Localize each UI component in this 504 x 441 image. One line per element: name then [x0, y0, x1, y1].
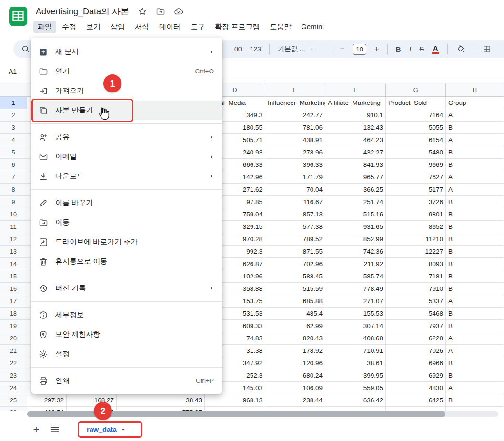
file-menu-item[interactable]: 세부정보	[31, 305, 222, 325]
font-size-input[interactable]: 10	[353, 44, 366, 55]
row-header-9[interactable]: 9	[0, 196, 27, 208]
row-header-6[interactable]: 6	[0, 159, 27, 171]
cell[interactable]: B	[446, 394, 504, 407]
cell[interactable]: 702.96	[265, 258, 325, 270]
cell[interactable]: 871.55	[265, 246, 325, 258]
cell[interactable]: 5055	[386, 122, 446, 134]
move-folder-icon[interactable]	[156, 7, 165, 16]
select-all-corner[interactable]	[0, 83, 27, 97]
row-header-15[interactable]: 15	[0, 270, 27, 283]
cell[interactable]: 408.68	[325, 332, 386, 345]
cell[interactable]: 515.59	[265, 283, 325, 295]
cell[interactable]: 968.13	[205, 394, 265, 407]
menubar-item[interactable]: 삽입	[106, 21, 129, 33]
row-header-12[interactable]: 12	[0, 233, 27, 246]
italic-button[interactable]: I	[409, 45, 412, 53]
col-header-H[interactable]: H	[446, 83, 504, 97]
add-sheet-button[interactable]: +	[30, 423, 43, 436]
cell[interactable]: 62.99	[265, 320, 325, 332]
row-header-22[interactable]: 22	[0, 357, 27, 369]
borders-icon[interactable]	[482, 44, 492, 54]
cell[interactable]: 438.91	[265, 134, 325, 146]
cell[interactable]: A	[446, 184, 504, 196]
font-family-select[interactable]: 기본값 ...	[278, 45, 323, 53]
file-menu-item[interactable]: 휴지통으로 이동	[31, 252, 222, 271]
cell[interactable]: 7026	[386, 345, 446, 357]
cell[interactable]: B	[446, 196, 504, 208]
star-icon[interactable]	[138, 7, 147, 16]
cell[interactable]	[386, 407, 446, 411]
cell[interactable]: 4830	[386, 382, 446, 394]
col-header-E[interactable]: E	[265, 83, 325, 97]
row-header-17[interactable]: 17	[0, 295, 27, 308]
cell[interactable]: 70.04	[265, 184, 325, 196]
cell[interactable]: B	[446, 159, 504, 171]
menubar-item[interactable]: 서식	[131, 21, 153, 33]
file-menu-item[interactable]: 보안 제한사항	[31, 325, 222, 344]
cell[interactable]: 3726	[386, 196, 446, 208]
row-header-20[interactable]: 20	[0, 332, 27, 345]
cell[interactable]: 9801	[386, 208, 446, 221]
cell[interactable]	[325, 407, 386, 411]
cell[interactable]: 585.74	[325, 270, 386, 283]
cell[interactable]: 7181	[386, 270, 446, 283]
cell[interactable]: 8093	[386, 258, 446, 270]
row-header-26[interactable]: 26	[0, 407, 27, 411]
cell[interactable]: B	[446, 208, 504, 221]
cell[interactable]: 7910	[386, 283, 446, 295]
row-header-21[interactable]: 21	[0, 345, 27, 357]
file-menu-item[interactable]: 공유	[31, 127, 222, 147]
number-format-button[interactable]: 123	[250, 45, 261, 53]
cell[interactable]: 307.14	[325, 320, 386, 332]
cell[interactable]: 781.06	[265, 122, 325, 134]
cell[interactable]: 680.24	[265, 369, 325, 382]
cell[interactable]: B	[446, 270, 504, 283]
cell[interactable]: 7937	[386, 320, 446, 332]
cell[interactable]: 366.25	[325, 184, 386, 196]
row-header-25[interactable]: 25	[0, 394, 27, 407]
name-box[interactable]: A1	[0, 68, 17, 75]
horizontal-scrollbar-thumb[interactable]	[27, 411, 445, 417]
cell[interactable]: 11210	[386, 233, 446, 246]
row-header-18[interactable]: 18	[0, 308, 27, 320]
bold-button[interactable]: B	[396, 45, 401, 53]
cell[interactable]: Affiliate_Marketing	[325, 97, 386, 109]
text-color-button[interactable]: A	[432, 45, 439, 54]
cell[interactable]: 132.43	[325, 122, 386, 134]
decimal-places-button[interactable]: .00	[232, 45, 242, 53]
cell[interactable]: B	[446, 233, 504, 246]
cell[interactable]: B	[446, 246, 504, 258]
cell[interactable]: 7627	[386, 171, 446, 184]
cell[interactable]: 775.07	[117, 407, 205, 411]
menubar-item[interactable]: 도구	[186, 21, 209, 33]
cell[interactable]: 778.49	[325, 283, 386, 295]
cell[interactable]: A	[446, 295, 504, 308]
menubar-item[interactable]: 도움말	[265, 21, 295, 33]
menubar-item[interactable]: 수정	[58, 21, 81, 33]
row-header-14[interactable]: 14	[0, 258, 27, 270]
cell[interactable]: 6929	[386, 369, 446, 382]
cell[interactable]: 6966	[386, 357, 446, 369]
cell[interactable]: 685.88	[265, 295, 325, 308]
file-menu-item[interactable]: 이동	[31, 213, 222, 232]
cell[interactable]: A	[446, 109, 504, 122]
cell[interactable]: 38.61	[325, 357, 386, 369]
menubar-item[interactable]: 확장 프로그램	[211, 21, 264, 33]
cell[interactable]: 251.74	[325, 196, 386, 208]
cell[interactable]: 8652	[386, 221, 446, 233]
cell[interactable]: B	[446, 320, 504, 332]
cell[interactable]: 155.53	[325, 308, 386, 320]
cell[interactable]	[446, 407, 504, 411]
cell[interactable]: 396.33	[265, 159, 325, 171]
cell[interactable]: 588.45	[265, 270, 325, 283]
cell[interactable]: A	[446, 332, 504, 345]
cell[interactable]: 400.54	[27, 407, 67, 411]
row-header-13[interactable]: 13	[0, 246, 27, 258]
file-menu-item[interactable]: 이름 바꾸기	[31, 193, 222, 213]
cell[interactable]: 271.07	[325, 295, 386, 308]
cell[interactable]	[265, 407, 325, 411]
file-menu-item[interactable]: 열기Ctrl+O	[31, 62, 222, 81]
cell[interactable]: B	[446, 369, 504, 382]
cell[interactable]: 5177	[386, 184, 446, 196]
cell[interactable]: 6425	[386, 394, 446, 407]
